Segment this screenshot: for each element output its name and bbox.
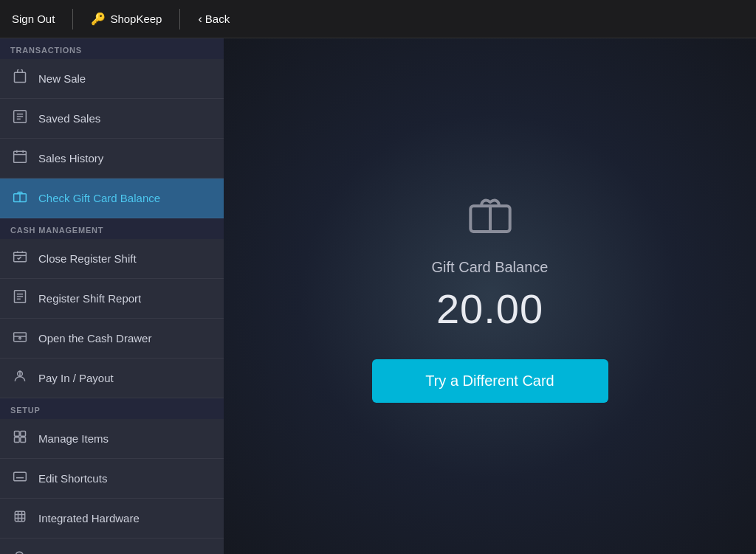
gift-card-large-icon <box>467 190 514 244</box>
svg-rect-22 <box>21 437 26 443</box>
svg-rect-29 <box>15 511 24 521</box>
back-label: Back <box>205 13 230 25</box>
gift-card-balance-display: Gift Card Balance 20.00 Try a Different … <box>372 190 608 403</box>
sidebar-item-get-updates[interactable]: Get Updates from BackOffice <box>0 539 224 554</box>
sidebar-item-sales-history[interactable]: Sales History <box>0 139 224 179</box>
back-arrow-icon: ‹ <box>198 13 202 26</box>
open-cash-drawer-icon <box>12 329 28 347</box>
brand-label: ShopKeep <box>110 13 162 25</box>
topbar-brand: 🔑 ShopKeep <box>91 12 162 26</box>
new-sale-icon <box>12 69 28 88</box>
topbar-divider <box>72 9 73 30</box>
svg-rect-5 <box>14 151 27 162</box>
close-register-icon <box>12 249 28 268</box>
sidebar-item-manage-items[interactable]: Manage Items <box>0 419 224 459</box>
balance-label: Gift Card Balance <box>432 259 549 276</box>
saved-sales-icon <box>12 109 28 128</box>
try-different-card-button[interactable]: Try a Different Card <box>372 359 608 403</box>
sign-out-button[interactable]: Sign Out <box>12 13 55 25</box>
back-button[interactable]: ‹ Back <box>198 13 230 26</box>
sidebar-item-pay-in-payout[interactable]: Pay In / Payout <box>0 359 224 398</box>
section-header-cash-management: CASH MANAGEMENT <box>0 218 224 239</box>
open-cash-drawer-label: Open the Cash Drawer <box>38 332 151 344</box>
section-header-setup: SETUP <box>0 398 224 419</box>
svg-rect-21 <box>15 437 20 443</box>
integrated-hardware-label: Integrated Hardware <box>38 512 140 524</box>
svg-rect-20 <box>21 432 26 437</box>
svg-rect-0 <box>15 72 26 82</box>
get-updates-icon <box>12 549 28 554</box>
saved-sales-label: Saved Sales <box>38 112 100 125</box>
sidebar-item-register-report[interactable]: Register Shift Report <box>0 279 224 319</box>
edit-shortcuts-label: Edit Shortcuts <box>38 472 107 485</box>
sales-history-icon <box>12 149 28 167</box>
close-register-label: Close Register Shift <box>38 252 137 265</box>
svg-point-16 <box>19 337 21 339</box>
svg-rect-23 <box>14 472 27 481</box>
register-report-icon <box>12 289 28 308</box>
sidebar-item-saved-sales[interactable]: Saved Sales <box>0 99 224 139</box>
svg-rect-19 <box>15 432 20 437</box>
check-gift-card-label: Check Gift Card Balance <box>38 192 160 204</box>
integrated-hardware-icon <box>12 509 28 527</box>
topbar: Sign Out 🔑 ShopKeep ‹ Back <box>0 0 756 38</box>
shopkeep-logo-icon: 🔑 <box>91 12 106 26</box>
sidebar-item-integrated-hardware[interactable]: Integrated Hardware <box>0 499 224 539</box>
register-report-label: Register Shift Report <box>38 292 141 305</box>
manage-items-label: Manage Items <box>38 432 109 445</box>
sales-history-label: Sales History <box>38 152 103 165</box>
pay-in-payout-label: Pay In / Payout <box>38 372 114 384</box>
sidebar: TRANSACTIONS New Sale Saved Sales <box>0 38 224 554</box>
sidebar-item-check-gift-card[interactable]: Check Gift Card Balance <box>0 179 224 218</box>
section-header-transactions: TRANSACTIONS <box>0 38 224 59</box>
pay-in-payout-icon <box>12 369 28 387</box>
sidebar-item-edit-shortcuts[interactable]: Edit Shortcuts <box>0 459 224 499</box>
new-sale-label: New Sale <box>38 72 86 85</box>
svg-rect-10 <box>14 252 27 262</box>
sidebar-item-open-cash-drawer[interactable]: Open the Cash Drawer <box>0 319 224 359</box>
content-area: Gift Card Balance 20.00 Try a Different … <box>224 38 756 554</box>
edit-shortcuts-icon <box>12 469 28 488</box>
topbar-separator <box>179 9 180 30</box>
sidebar-item-close-register[interactable]: Close Register Shift <box>0 239 224 279</box>
sidebar-item-new-sale[interactable]: New Sale <box>0 59 224 99</box>
main-layout: TRANSACTIONS New Sale Saved Sales <box>0 38 756 554</box>
balance-amount: 20.00 <box>436 285 543 333</box>
manage-items-icon <box>12 429 28 448</box>
check-gift-card-icon <box>12 189 28 207</box>
